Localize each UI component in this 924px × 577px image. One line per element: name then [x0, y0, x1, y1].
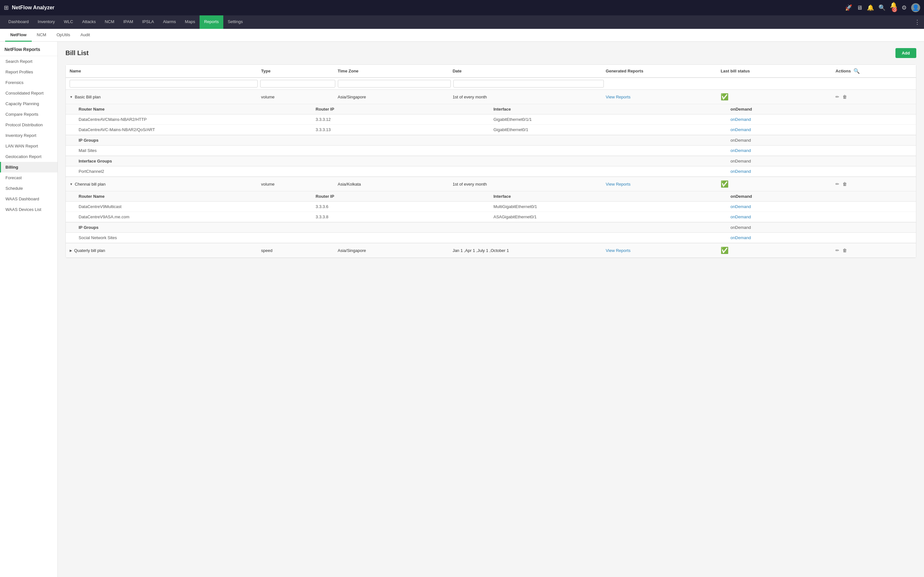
nav-wlc[interactable]: WLC	[59, 15, 78, 29]
sidebar-item-forecast[interactable]: Forecast	[0, 172, 57, 183]
edit-basic-icon[interactable]: ✏	[835, 94, 839, 99]
interface-groups-ondemand-label: onDemand	[730, 159, 908, 163]
page-header: Bill List Add	[65, 48, 916, 58]
sidebar-item-waas-dashboard[interactable]: WAAS Dashboard	[0, 193, 57, 204]
sidebar-item-waas-devices-list[interactable]: WAAS Devices List	[0, 204, 57, 215]
nav-attacks[interactable]: Attacks	[78, 15, 100, 29]
table-row: PortChannel2 onDemand	[66, 166, 916, 177]
sidebar-item-inventory-report[interactable]: Inventory Report	[0, 130, 57, 141]
sub-table-header-chennai: Router Name Router IP Interface onDemand	[66, 191, 916, 201]
gear-icon[interactable]: ⚙	[901, 4, 907, 11]
table-row: DataCentreAVCMains-NBAR2/HTTP 3.3.3.12 G…	[66, 114, 916, 125]
sidebar-title: NetFlow Reports	[0, 42, 57, 56]
router-name: DataCentreAVCMains-NBAR2/HTTP	[79, 117, 316, 122]
plan-timezone-chennai: Asia/Kolkata	[338, 182, 453, 187]
sub-nav-oputils[interactable]: OpUtils	[51, 29, 75, 42]
sidebar-item-protocol-distribution[interactable]: Protocol Distribution	[0, 119, 57, 130]
view-reports-chennai-link[interactable]: View Reports	[606, 182, 630, 187]
delete-chennai-icon[interactable]: 🗑	[843, 181, 847, 187]
plan-reports-quaterly: View Reports	[606, 248, 720, 253]
sub-nav-ncm[interactable]: NCM	[32, 29, 52, 42]
ip-groups-ondemand-label: onDemand	[730, 138, 908, 143]
notification-badge: 3	[892, 7, 897, 12]
sub-col-router-ip: Router IP	[316, 107, 493, 111]
delete-quaterly-icon[interactable]: 🗑	[843, 248, 847, 253]
interface-groups-header-basic: Interface Groups onDemand	[66, 156, 916, 166]
filter-name[interactable]	[69, 80, 258, 87]
router-interface: GigabitEthernet0/1	[493, 127, 730, 132]
chevron-basic[interactable]: ▼	[69, 95, 73, 99]
add-button[interactable]: Add	[895, 48, 916, 58]
monitor-icon[interactable]: 🖥	[857, 5, 863, 11]
sidebar-item-consolidated-report[interactable]: Consolidated Report	[0, 88, 57, 98]
edit-quaterly-icon[interactable]: ✏	[835, 248, 839, 253]
nav-settings[interactable]: Settings	[223, 15, 247, 29]
sidebar-item-forensics[interactable]: Forensics	[0, 77, 57, 88]
nav-maps[interactable]: Maps	[180, 15, 200, 29]
sub-col-interface: Interface	[493, 107, 730, 111]
sidebar-item-search-report[interactable]: Search Report	[0, 56, 57, 67]
bell-icon[interactable]: 🔔	[867, 4, 874, 11]
search-top-icon[interactable]: 🔍	[879, 4, 885, 11]
nav-ipam[interactable]: IPAM	[119, 15, 137, 29]
ip-groups-header-chennai: IP Groups onDemand	[66, 222, 916, 233]
col-actions: Actions 🔍	[835, 68, 912, 74]
nav-dashboard[interactable]: Dashboard	[4, 15, 33, 29]
filter-date[interactable]	[453, 80, 604, 87]
plan-name-basic: ▼ Basic Bill plan	[69, 95, 261, 99]
col-generated-reports: Generated Reports	[606, 69, 720, 73]
nav-more-icon[interactable]: ⋮	[914, 19, 920, 26]
sub-nav-audit[interactable]: Audit	[75, 29, 95, 42]
nav-reports[interactable]: Reports	[200, 15, 223, 29]
table-row: Mail Sites onDemand	[66, 145, 916, 156]
table-row: DataCentreV9ASA.me.com 3.3.3.8 ASAGigabi…	[66, 212, 916, 222]
sub-table-chennai: Router Name Router IP Interface onDemand…	[66, 191, 916, 243]
plan-name-chennai: ▼ Chennai bill plan	[69, 182, 261, 187]
notification-icon[interactable]: 🔔3	[890, 2, 897, 14]
plan-date-basic: 1st of every month	[453, 95, 606, 99]
sub-col-router-name: Router Name	[79, 107, 316, 111]
plan-status-basic: ✅	[720, 93, 835, 101]
avatar[interactable]: 👤	[911, 3, 920, 12]
plan-name-quaterly: ▶ Quaterly bill plan	[69, 248, 261, 253]
sidebar-item-billing[interactable]: Billing	[0, 162, 57, 172]
nav-ncm[interactable]: NCM	[100, 15, 119, 29]
ip-groups-ondemand-label-c: onDemand	[730, 225, 908, 230]
sidebar-item-schedule[interactable]: Schedule	[0, 183, 57, 193]
sidebar-item-compare-reports[interactable]: Compare Reports	[0, 109, 57, 119]
chevron-quaterly[interactable]: ▶	[69, 249, 72, 252]
bill-table: Name Type Time Zone Date Generated Repor…	[65, 64, 916, 258]
plan-actions-quaterly: ✏ 🗑	[835, 248, 912, 253]
sub-nav-netflow[interactable]: NetFlow	[5, 29, 32, 42]
router-interface: MultiGigabitEthernet0/1	[493, 204, 730, 209]
sidebar-item-report-profiles[interactable]: Report Profiles	[0, 67, 57, 77]
nav-alarms[interactable]: Alarms	[158, 15, 180, 29]
table-filter-row	[66, 78, 916, 90]
plan-reports-chennai: View Reports	[606, 182, 720, 187]
interface-groups-label: Interface Groups	[79, 159, 316, 163]
router-ondemand: onDemand	[730, 214, 908, 219]
table-search-icon[interactable]: 🔍	[853, 68, 860, 74]
bill-plan-row-basic: ▼ Basic Bill plan volume Asia/Singapore …	[66, 90, 916, 104]
nav-inventory[interactable]: Inventory	[33, 15, 59, 29]
plan-actions-basic: ✏ 🗑	[835, 94, 912, 99]
sidebar-item-lan-wan-report[interactable]: LAN WAN Report	[0, 141, 57, 151]
main-content: Bill List Add Name Type Time Zone Date G…	[58, 42, 924, 577]
router-ip: 3.3.3.6	[316, 204, 493, 209]
view-reports-basic-link[interactable]: View Reports	[606, 95, 630, 99]
router-ip: 3.3.3.8	[316, 214, 493, 219]
view-reports-quaterly-link[interactable]: View Reports	[606, 248, 630, 253]
plan-status-chennai: ✅	[720, 180, 835, 188]
filter-timezone[interactable]	[338, 80, 451, 87]
nav-ipsla[interactable]: IPSLA	[137, 15, 158, 29]
plan-type-basic: volume	[261, 95, 338, 99]
chevron-chennai[interactable]: ▼	[69, 182, 73, 186]
rocket-icon[interactable]: 🚀	[845, 4, 852, 11]
edit-chennai-icon[interactable]: ✏	[835, 181, 839, 187]
sidebar-item-capacity-planning[interactable]: Capacity Planning	[0, 98, 57, 109]
sub-table-header-basic: Router Name Router IP Interface onDemand	[66, 104, 916, 114]
delete-basic-icon[interactable]: 🗑	[843, 94, 847, 99]
filter-type[interactable]	[260, 80, 335, 87]
sidebar-item-geolocation-report[interactable]: Geolocation Report	[0, 151, 57, 162]
top-bar: ⊞ NetFlow Analyzer 🚀 🖥 🔔 🔍 🔔3 ⚙ 👤	[0, 0, 924, 15]
